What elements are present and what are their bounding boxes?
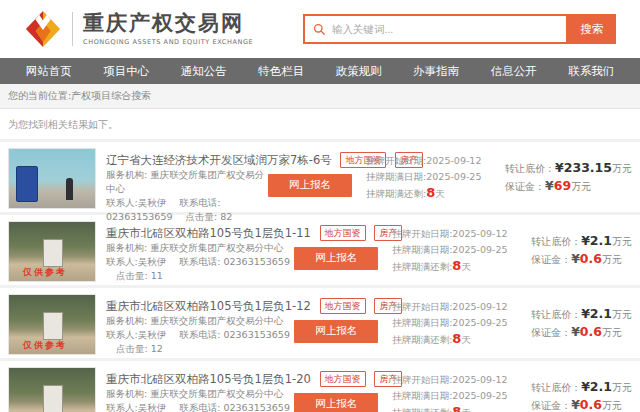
price-label: 转让底价： bbox=[531, 382, 581, 393]
search-input[interactable] bbox=[332, 23, 566, 35]
start-date-value: 2025-09-12 bbox=[452, 374, 507, 385]
nav-item-featured[interactable]: 特色栏目 bbox=[258, 64, 304, 79]
search-box bbox=[303, 14, 568, 44]
listing-row: 仅供参考 重庆市北碚区双柏路105号负1层负1-20 地方国资 房产 服务机构:… bbox=[0, 358, 640, 412]
listing-title[interactable]: 重庆市北碚区双柏路105号负1层负1-20 bbox=[106, 372, 311, 386]
agency-label: 服务机构: bbox=[106, 388, 147, 399]
listing-row: 辽宁省大连经济技术开发区域润万家7栋-6号 地方国资 房产 服务机构: 重庆联交… bbox=[0, 139, 640, 212]
start-date-value: 2025-09-12 bbox=[452, 301, 507, 312]
days-unit: 天 bbox=[461, 407, 471, 412]
results-summary: 为您找到相关结果如下。 bbox=[0, 109, 640, 139]
start-date-value: 2025-09-12 bbox=[426, 155, 481, 166]
deposit-value: 69 bbox=[554, 178, 571, 193]
listing-thumbnail[interactable]: 仅供参考 bbox=[8, 294, 96, 355]
apply-button[interactable]: 网上报名 bbox=[294, 320, 378, 343]
listing-title[interactable]: 辽宁省大连经济技术开发区域润万家7栋-6号 bbox=[106, 153, 332, 167]
price-label: 转让底价： bbox=[531, 236, 581, 247]
search-button[interactable]: 搜索 bbox=[568, 14, 616, 44]
price-unit: 万元 bbox=[612, 163, 632, 174]
price-value: 2.1 bbox=[590, 306, 612, 321]
apply-button[interactable]: 网上报名 bbox=[268, 174, 352, 197]
start-date-label: 挂牌开始日期: bbox=[392, 228, 452, 239]
tag-badge-state-owned: 地方国资 bbox=[320, 298, 366, 314]
apply-button[interactable]: 网上报名 bbox=[294, 393, 378, 412]
nav-item-notices[interactable]: 通知公告 bbox=[181, 64, 227, 79]
search-icon bbox=[313, 23, 326, 36]
start-date-value: 2025-09-12 bbox=[452, 228, 507, 239]
phone-value: 02363153659 bbox=[223, 402, 290, 412]
phone-value: 02363153659 bbox=[223, 329, 290, 340]
price-unit: 万元 bbox=[612, 236, 632, 247]
price-value: 2.1 bbox=[590, 233, 612, 248]
thumbnail-watermark: 仅供参考 bbox=[23, 339, 67, 352]
contact-value: 吴秋伊 bbox=[138, 256, 167, 267]
price-label: 转让底价： bbox=[531, 309, 581, 320]
nav-item-projects[interactable]: 项目中心 bbox=[103, 64, 149, 79]
agency-label: 服务机构: bbox=[106, 315, 147, 326]
contact-label: 联系人: bbox=[106, 256, 138, 267]
start-date-label: 挂牌开始日期: bbox=[392, 374, 452, 385]
deposit-value: 0.6 bbox=[580, 397, 602, 412]
end-date-label: 挂牌期满日期: bbox=[392, 390, 452, 401]
days-unit: 天 bbox=[461, 334, 471, 345]
thumbnail-watermark: 仅供参考 bbox=[23, 266, 67, 279]
nav-item-home[interactable]: 网站首页 bbox=[26, 64, 72, 79]
deposit-label: 保证金： bbox=[531, 254, 571, 265]
deposit-currency: ¥ bbox=[571, 251, 580, 266]
clicks-label: 点击量: bbox=[116, 343, 148, 354]
apply-button[interactable]: 网上报名 bbox=[294, 247, 378, 270]
end-date-value: 2025-09-25 bbox=[452, 244, 507, 255]
listing-title[interactable]: 重庆市北碚区双柏路105号负1层负1-12 bbox=[106, 299, 311, 313]
deposit-unit: 万元 bbox=[571, 181, 591, 192]
phone-label: 联系电话: bbox=[179, 256, 220, 267]
nav-item-guide[interactable]: 办事指南 bbox=[413, 64, 459, 79]
start-date-label: 挂牌开始日期: bbox=[392, 301, 452, 312]
breadcrumb: 您的当前位置:产权项目综合搜索 bbox=[0, 84, 640, 109]
deposit-unit: 万元 bbox=[602, 327, 622, 338]
price-label: 转让底价： bbox=[505, 163, 555, 174]
contact-label: 联系人: bbox=[106, 197, 138, 208]
end-date-value: 2025-09-25 bbox=[452, 390, 507, 401]
logo-title: 重庆产权交易网 bbox=[83, 12, 253, 35]
deposit-value: 0.6 bbox=[580, 251, 602, 266]
logo-divider bbox=[72, 12, 73, 46]
price-unit: 万元 bbox=[612, 309, 632, 320]
thumbnail-booth-shape bbox=[43, 312, 63, 340]
days-unit: 天 bbox=[461, 261, 471, 272]
thumbnail-door-shape bbox=[16, 166, 38, 202]
listing-thumbnail[interactable]: 仅供参考 bbox=[8, 221, 96, 282]
contact-value: 吴秋伊 bbox=[138, 329, 167, 340]
agency-label: 服务机构: bbox=[106, 242, 147, 253]
phone-value: 02363153659 bbox=[223, 256, 290, 267]
nav-item-contact[interactable]: 联系我们 bbox=[568, 64, 614, 79]
agency-value: 重庆联交所集团产权交易分中心 bbox=[150, 242, 283, 253]
agency-label: 服务机构: bbox=[106, 169, 147, 180]
price-unit: 万元 bbox=[612, 382, 632, 393]
end-date-label: 挂牌期满日期: bbox=[392, 244, 452, 255]
price-currency: ¥ bbox=[581, 379, 590, 394]
logo-diamond-icon bbox=[24, 10, 62, 48]
agency-value: 重庆联交所集团产权交易分中心 bbox=[150, 315, 283, 326]
tag-badge-state-owned: 地方国资 bbox=[320, 371, 366, 387]
listing-thumbnail[interactable]: 仅供参考 bbox=[8, 367, 96, 412]
nav-item-policies[interactable]: 政策规则 bbox=[336, 64, 382, 79]
thumbnail-person-shape bbox=[66, 178, 73, 200]
deposit-unit: 万元 bbox=[602, 400, 622, 411]
listing-row: 仅供参考 重庆市北碚区双柏路105号负1层负1-12 地方国资 房产 服务机构:… bbox=[0, 285, 640, 358]
deposit-currency: ¥ bbox=[545, 178, 554, 193]
listing-thumbnail[interactable] bbox=[8, 148, 96, 209]
site-logo[interactable]: 重庆产权交易网 CHONGQING ASSETS AND EQUITY EXCH… bbox=[24, 10, 253, 48]
deposit-label: 保证金： bbox=[531, 400, 571, 411]
contact-value: 吴秋伊 bbox=[138, 402, 167, 412]
agency-value: 重庆联交所集团产权交易分中心 bbox=[150, 388, 283, 399]
price-currency: ¥ bbox=[581, 233, 590, 248]
listing-title[interactable]: 重庆市北碚区双柏路105号负1层负1-11 bbox=[106, 226, 311, 240]
logo-subtitle: CHONGQING ASSETS AND EQUITY EXCHANGE bbox=[83, 38, 253, 46]
start-date-label: 挂牌开始日期: bbox=[366, 155, 426, 166]
deposit-currency: ¥ bbox=[571, 324, 580, 339]
contact-label: 联系人: bbox=[106, 402, 138, 412]
deposit-value: 0.6 bbox=[580, 324, 602, 339]
remaining-label: 挂牌期满还剩: bbox=[392, 261, 452, 272]
nav-item-disclosure[interactable]: 信息公开 bbox=[491, 64, 537, 79]
days-left-value: 8 bbox=[426, 185, 435, 200]
